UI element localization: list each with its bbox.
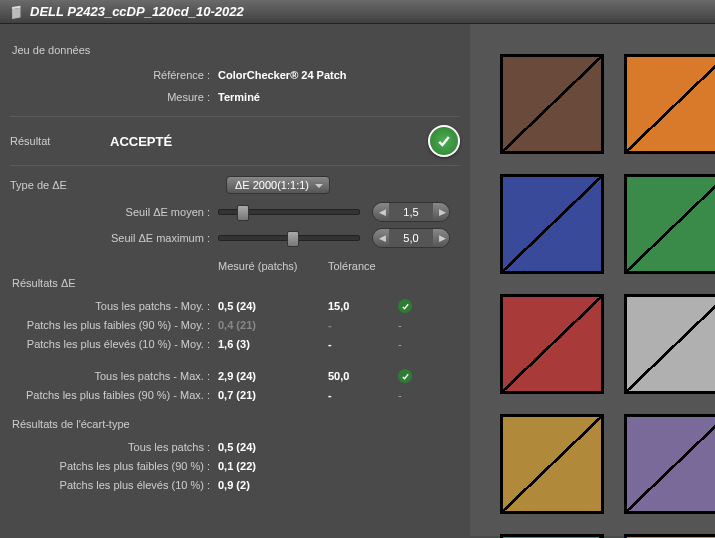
- de-result-row: Tous les patchs - Max. :2,9 (24)50,0: [10, 367, 460, 385]
- avg-dec-button[interactable]: ◀: [373, 203, 389, 221]
- color-swatch[interactable]: [624, 294, 715, 394]
- std-results-heading: Résultats de l'écart-type: [12, 418, 460, 430]
- row-value: 0,5 (24): [218, 300, 328, 312]
- row-label: Patchs les plus élevés (10 %) :: [10, 479, 218, 491]
- row-value: 0,9 (2): [218, 479, 328, 491]
- row-label: Patchs les plus élevés (10 %) - Moy. :: [10, 338, 218, 350]
- max-threshold-label: Seuil ΔE maximum :: [10, 232, 218, 244]
- row-label: Tous les patchs - Moy. :: [10, 300, 218, 312]
- max-threshold-value: 5,0: [389, 232, 433, 244]
- color-swatch[interactable]: [624, 534, 715, 538]
- color-swatch[interactable]: [624, 414, 715, 514]
- avg-threshold-slider[interactable]: [218, 209, 360, 215]
- color-swatch[interactable]: [500, 174, 604, 274]
- row-label: Patchs les plus faibles (90 %) - Max. :: [10, 389, 218, 401]
- color-swatch[interactable]: [500, 294, 604, 394]
- de-result-row: Patchs les plus élevés (10 %) - Moy. :1,…: [10, 335, 460, 353]
- row-value: 0,1 (22): [218, 460, 328, 472]
- reference-value: ColorChecker® 24 Patch: [218, 69, 347, 81]
- de-results-heading: Résultats ΔE: [12, 277, 460, 289]
- row-label: Tous les patchs :: [10, 441, 218, 453]
- row-tolerance: -: [328, 319, 398, 331]
- max-inc-button[interactable]: ▶: [433, 229, 449, 247]
- row-value: 2,9 (24): [218, 370, 328, 382]
- result-value: ACCEPTÉ: [110, 134, 428, 149]
- de-result-row: Patchs les plus faibles (90 %) - Moy. :0…: [10, 316, 460, 334]
- de-type-label: Type de ΔE: [10, 179, 118, 191]
- row-status: -: [398, 338, 418, 350]
- max-dec-button[interactable]: ◀: [373, 229, 389, 247]
- row-label: Patchs les plus faibles (90 %) :: [10, 460, 218, 472]
- row-tolerance: 50,0: [328, 370, 398, 382]
- avg-inc-button[interactable]: ▶: [433, 203, 449, 221]
- measure-value: Terminé: [218, 91, 260, 103]
- title-bar: DELL P2423_ccDP_120cd_10-2022: [0, 0, 715, 24]
- result-label: Résultat: [10, 135, 110, 147]
- row-value: 1,6 (3): [218, 338, 328, 350]
- std-result-row: Patchs les plus faibles (90 %) :0,1 (22): [10, 457, 460, 475]
- document-icon: [10, 5, 24, 19]
- avg-threshold-stepper[interactable]: ◀ 1,5 ▶: [372, 202, 450, 222]
- row-label: Patchs les plus faibles (90 %) - Moy. :: [10, 319, 218, 331]
- row-tolerance: -: [328, 338, 398, 350]
- row-tolerance: 15,0: [328, 300, 398, 312]
- avg-threshold-label: Seuil ΔE moyen :: [10, 206, 218, 218]
- row-status: [398, 369, 418, 383]
- row-value: 0,7 (21): [218, 389, 328, 401]
- row-value: 0,4 (21): [218, 319, 328, 331]
- row-value: 0,5 (24): [218, 441, 328, 453]
- row-status: [398, 299, 418, 313]
- swatch-panel: [470, 24, 715, 536]
- color-swatch[interactable]: [500, 54, 604, 154]
- color-swatch[interactable]: [624, 54, 715, 154]
- avg-threshold-value: 1,5: [389, 206, 433, 218]
- dataset-heading: Jeu de données: [12, 44, 460, 56]
- reference-label: Référence :: [10, 69, 218, 81]
- row-status: -: [398, 319, 418, 331]
- max-threshold-slider[interactable]: [218, 235, 360, 241]
- window-title: DELL P2423_ccDP_120cd_10-2022: [30, 4, 244, 19]
- de-type-dropdown[interactable]: ΔE 2000(1:1:1): [226, 176, 330, 194]
- row-tolerance: -: [328, 389, 398, 401]
- measure-label: Mesure :: [10, 91, 218, 103]
- de-result-row: Tous les patchs - Moy. :0,5 (24)15,0: [10, 297, 460, 315]
- de-result-row: Patchs les plus faibles (90 %) - Max. :0…: [10, 386, 460, 404]
- left-panel: Jeu de données Référence :ColorChecker® …: [0, 24, 470, 536]
- result-check-icon: [428, 125, 460, 157]
- std-result-row: Tous les patchs :0,5 (24): [10, 438, 460, 456]
- check-icon: [398, 299, 412, 313]
- check-icon: [398, 369, 412, 383]
- std-result-row: Patchs les plus élevés (10 %) :0,9 (2): [10, 476, 460, 494]
- row-status: -: [398, 389, 418, 401]
- max-threshold-stepper[interactable]: ◀ 5,0 ▶: [372, 228, 450, 248]
- color-swatch[interactable]: [500, 534, 604, 538]
- row-label: Tous les patchs - Max. :: [10, 370, 218, 382]
- column-headers: Mesuré (patchs)Tolérance: [10, 260, 460, 272]
- color-swatch[interactable]: [624, 174, 715, 274]
- color-swatch[interactable]: [500, 414, 604, 514]
